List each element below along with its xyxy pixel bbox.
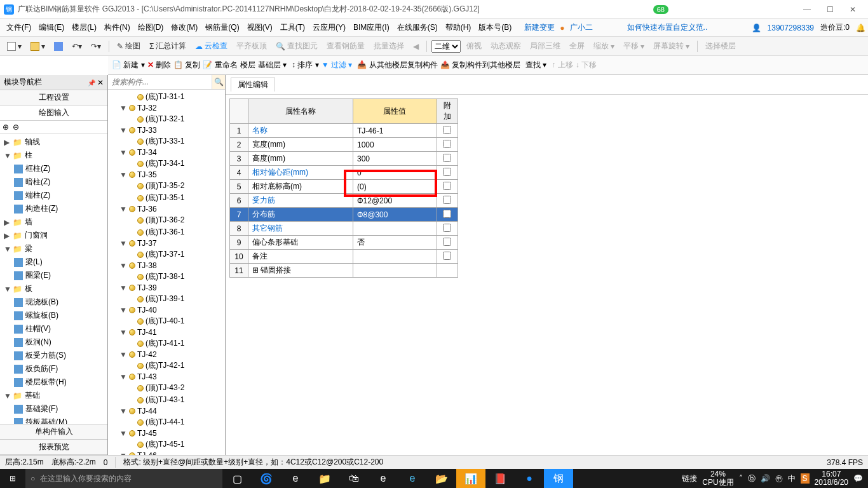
component-node[interactable]: ▼TJ-32 bbox=[108, 103, 225, 113]
edge-icon[interactable]: e bbox=[281, 469, 310, 488]
component-node[interactable]: ▼TJ-37 bbox=[108, 238, 225, 248]
property-row[interactable]: 5相对底标高(m)(0) bbox=[230, 180, 458, 194]
component-node[interactable]: ▼TJ-41 bbox=[108, 327, 225, 337]
fullscreen-button[interactable]: 全屏 bbox=[566, 39, 588, 53]
menu-item[interactable]: BIM应用(I) bbox=[349, 21, 393, 34]
open-button[interactable]: ▾ bbox=[27, 41, 48, 52]
prev-button[interactable]: ◀ bbox=[410, 41, 422, 52]
sort-button[interactable]: ↕ 排序 ▾ bbox=[292, 60, 319, 71]
close-panel-icon[interactable]: ✕ bbox=[97, 78, 104, 87]
component-node[interactable]: ▼TJ-42 bbox=[108, 349, 225, 360]
new-doc-button[interactable]: ▾ bbox=[4, 41, 25, 52]
ie-icon[interactable]: e bbox=[398, 469, 427, 488]
nav-node[interactable]: 柱帽(V) bbox=[0, 322, 107, 336]
tray-bluetooth-icon[interactable]: ⓑ bbox=[748, 473, 756, 484]
filter-button[interactable]: ▼ 过滤 ▾ bbox=[322, 60, 353, 71]
menu-item[interactable]: 绘图(D) bbox=[134, 21, 168, 34]
delete-button[interactable]: ✕ 删除 bbox=[147, 60, 171, 71]
dimension-select[interactable]: 二维 bbox=[431, 40, 461, 53]
component-node[interactable]: (底)TJ-41-1 bbox=[108, 337, 225, 349]
component-node[interactable]: (顶)TJ-36-2 bbox=[108, 214, 225, 226]
move-down-button[interactable]: ↓ 下移 bbox=[576, 60, 597, 71]
component-node[interactable]: (底)TJ-44-1 bbox=[108, 416, 225, 428]
tab-project-settings[interactable]: 工程设置 bbox=[0, 90, 107, 105]
expand-icon[interactable]: ⊕ bbox=[3, 123, 9, 132]
nav-node[interactable]: 筏板基础(M) bbox=[0, 416, 107, 424]
tray-sogou-icon[interactable]: S bbox=[801, 473, 810, 484]
extra-checkbox[interactable] bbox=[443, 140, 451, 148]
nav-node[interactable]: 现浇板(B) bbox=[0, 295, 107, 309]
property-row[interactable]: 10备注 bbox=[230, 250, 458, 264]
component-node[interactable]: ▼TJ-44 bbox=[108, 406, 225, 416]
component-node[interactable]: (底)TJ-38-1 bbox=[108, 271, 225, 283]
flat-top-button[interactable]: 平齐板顶 bbox=[233, 39, 270, 53]
property-row[interactable]: 1名称TJ-46-1 bbox=[230, 124, 458, 138]
component-node[interactable]: ▼TJ-39 bbox=[108, 283, 225, 293]
menu-item[interactable]: 在线服务(S) bbox=[393, 21, 442, 34]
nav-node[interactable]: ▶📁轴线 bbox=[0, 135, 107, 149]
component-node[interactable]: (底)TJ-36-1 bbox=[108, 226, 225, 238]
copy-from-floor-button[interactable]: 📥 从其他楼层复制构件 bbox=[357, 60, 437, 71]
cloud-check-button[interactable]: ☁ 云检查 bbox=[192, 39, 231, 53]
component-tree[interactable]: (底)TJ-31-1▼TJ-32(底)TJ-32-1▼TJ-33(底)TJ-33… bbox=[108, 90, 225, 455]
nav-node[interactable]: 板负筋(F) bbox=[0, 362, 107, 376]
component-node[interactable]: ▼TJ-36 bbox=[108, 204, 225, 214]
taskbar-app-1[interactable]: 🌀 bbox=[252, 469, 281, 488]
component-node[interactable]: ▼TJ-34 bbox=[108, 147, 225, 158]
component-node[interactable]: (底)TJ-40-1 bbox=[108, 315, 225, 327]
tray-up-icon[interactable]: ˄ bbox=[739, 474, 743, 483]
nav-node[interactable]: 梁(L) bbox=[0, 255, 107, 269]
property-row[interactable]: 2宽度(mm)1000 bbox=[230, 138, 458, 152]
zoom-button[interactable]: 缩放 ▾ bbox=[590, 39, 618, 53]
component-node[interactable]: ▼TJ-35 bbox=[108, 170, 225, 180]
maximize-button[interactable]: ☐ bbox=[818, 2, 841, 17]
extra-checkbox[interactable] bbox=[443, 154, 451, 162]
taskbar-app-4[interactable]: 📕 bbox=[485, 469, 515, 488]
nav-node[interactable]: ▼📁梁 bbox=[0, 242, 107, 255]
collapse-icon[interactable]: ⊖ bbox=[13, 123, 19, 132]
nav-node[interactable]: 板洞(N) bbox=[0, 336, 107, 349]
component-node[interactable]: ▼TJ-38 bbox=[108, 261, 225, 271]
nav-node[interactable]: 构造柱(Z) bbox=[0, 202, 107, 215]
menu-item[interactable]: 编辑(E) bbox=[35, 21, 68, 34]
nav-node[interactable]: 端柱(Z) bbox=[0, 189, 107, 202]
undo-button[interactable]: ↶▾ bbox=[69, 41, 85, 52]
property-row[interactable]: 8其它钢筋 bbox=[230, 222, 458, 236]
menu-item[interactable]: 修改(M) bbox=[167, 21, 201, 34]
save-button[interactable] bbox=[51, 41, 66, 52]
component-node[interactable]: (顶)TJ-35-2 bbox=[108, 180, 225, 192]
component-node[interactable]: ▼TJ-43 bbox=[108, 372, 225, 382]
component-node[interactable]: (顶)TJ-43-2 bbox=[108, 382, 225, 394]
copy-to-floor-button[interactable]: 📤 复制构件到其他楼层 bbox=[440, 60, 520, 71]
tab-draw-input[interactable]: 绘图输入 bbox=[0, 105, 107, 121]
sum-button[interactable]: Σ 汇总计算 bbox=[146, 39, 189, 53]
move-up-button[interactable]: ↑ 上移 bbox=[552, 60, 573, 71]
property-row[interactable]: 7分布筋Φ8@300 bbox=[230, 208, 458, 222]
minimize-button[interactable]: — bbox=[796, 2, 818, 17]
find-img-button[interactable]: 🔍 查找图元 bbox=[273, 39, 321, 53]
component-node[interactable]: ▼TJ-45 bbox=[108, 428, 225, 438]
component-node[interactable]: (底)TJ-42-1 bbox=[108, 360, 225, 372]
nav-node[interactable]: 螺旋板(B) bbox=[0, 309, 107, 322]
nav-node[interactable]: ▶📁墙 bbox=[0, 215, 107, 229]
find-button[interactable]: 查找 ▾ bbox=[526, 60, 546, 71]
extra-checkbox[interactable] bbox=[443, 224, 451, 232]
component-node[interactable]: (底)TJ-34-1 bbox=[108, 158, 225, 170]
nav-node[interactable]: 楼层板带(H) bbox=[0, 376, 107, 389]
tray-volume-icon[interactable]: 🔊 bbox=[761, 474, 770, 483]
nav-node[interactable]: 圈梁(E) bbox=[0, 269, 107, 282]
tray-clock[interactable]: 16:072018/6/20 bbox=[815, 470, 848, 487]
nav-node[interactable]: ▼📁基础 bbox=[0, 389, 107, 402]
nav-node[interactable]: 基础梁(F) bbox=[0, 402, 107, 416]
menu-item[interactable]: 钢筋量(Q) bbox=[201, 21, 243, 34]
component-node[interactable]: (底)TJ-32-1 bbox=[108, 113, 225, 125]
tray-notifications-icon[interactable]: 💬 bbox=[853, 474, 863, 483]
component-node[interactable]: ▼TJ-33 bbox=[108, 125, 225, 135]
dynamic-view-button[interactable]: 动态观察 bbox=[487, 39, 524, 53]
current-app-icon[interactable]: 钢 bbox=[544, 469, 573, 488]
nav-node[interactable]: 板受力筋(S) bbox=[0, 349, 107, 362]
new-component-button[interactable]: 📄 新建 ▾ bbox=[112, 60, 145, 71]
taskbar-app-3[interactable]: 📊 bbox=[456, 469, 485, 488]
component-node[interactable]: (底)TJ-37-1 bbox=[108, 248, 225, 261]
extra-checkbox[interactable] bbox=[443, 126, 451, 134]
